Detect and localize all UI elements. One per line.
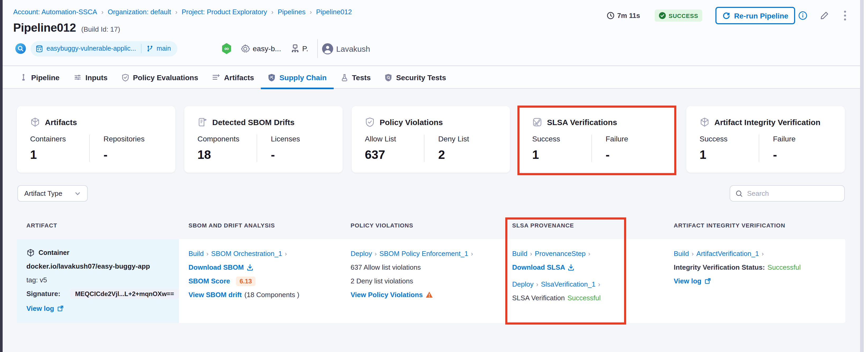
- container-cube-icon: [26, 249, 35, 257]
- security-shield-icon: [384, 73, 392, 82]
- search-box[interactable]: [730, 185, 845, 201]
- divider: [141, 44, 141, 53]
- annotation-box-slsa-column: [505, 217, 626, 325]
- repository-icon: [35, 44, 43, 53]
- external-link-icon[interactable]: [704, 278, 711, 284]
- chevron-right-icon: ›: [271, 8, 274, 15]
- artifacts-list-icon: [212, 73, 220, 81]
- build-id: (Build Id: 17): [81, 25, 120, 33]
- download-icon[interactable]: [246, 264, 253, 271]
- signature-label: Signature:: [26, 290, 60, 298]
- chevron-right-icon: ›: [175, 8, 177, 15]
- info-icon[interactable]: [798, 11, 807, 20]
- edit-pencil-icon[interactable]: [820, 11, 829, 20]
- divider: [317, 39, 318, 58]
- tab-inputs[interactable]: Inputs: [66, 66, 114, 88]
- artifact-type-label: Container: [38, 249, 69, 256]
- drift-components-note: (18 Components ): [244, 291, 299, 299]
- repo-name: easybuggy-vulnerable-applic...: [46, 45, 136, 52]
- repo-branch-pill[interactable]: easybuggy-vulnerable-applic... main: [31, 41, 177, 56]
- sbom-score-badge: 6.13: [236, 276, 256, 286]
- breadcrumb-pipelines[interactable]: Pipelines: [278, 8, 306, 16]
- view-log-link[interactable]: View log: [26, 305, 54, 312]
- triggered-by-user: Lavakush: [336, 44, 370, 53]
- refresh-icon: [722, 11, 731, 20]
- stage-link[interactable]: Deploy: [350, 250, 372, 258]
- view-policy-violations-link[interactable]: View Policy Violations: [350, 291, 423, 299]
- environment-icon: [291, 44, 300, 53]
- view-sbom-drift-link[interactable]: View SBOM drift: [188, 291, 242, 299]
- cd-module-icon: ∞: [221, 43, 231, 54]
- breadcrumb: Account: Automation-SSCA› Organization: …: [13, 8, 352, 16]
- deny-list-violations: 2 Deny list violations: [350, 276, 492, 286]
- signature-value: MEQCICde2Vjl...L+2+mqnOXw==: [70, 289, 179, 298]
- card-sbom-drifts: Detected SBOM Drifts Components18 Licens…: [184, 106, 343, 172]
- step-link[interactable]: SBOM Orchestration_1: [211, 250, 282, 258]
- cube-icon: [700, 117, 710, 127]
- table-header: ARTIFACT SBOM AND DRIFT ANALYSIS POLICY …: [17, 222, 845, 228]
- tab-tests[interactable]: Tests: [334, 66, 377, 88]
- breadcrumb-project[interactable]: Project: Product Exploratory: [182, 8, 267, 16]
- rerun-pipeline-button[interactable]: Re-run Pipeline: [716, 7, 795, 24]
- environment-name[interactable]: P.: [302, 44, 308, 53]
- tab-pipeline[interactable]: Pipeline: [13, 66, 66, 88]
- warning-icon: [426, 291, 433, 298]
- step-link[interactable]: SBOM Policy Enforcement_1: [379, 250, 468, 258]
- card-policy-violations: Policy Violations Allow List637 Deny Lis…: [352, 106, 510, 172]
- breadcrumb-current[interactable]: Pipeline012: [316, 8, 352, 16]
- check-circle-icon: [659, 12, 666, 19]
- tab-supply-chain[interactable]: Supply Chain: [261, 66, 334, 88]
- inputs-icon: [73, 73, 82, 81]
- artifact-table-row: Container docker.io/lavakush07/easy-bugg…: [17, 239, 845, 323]
- shield-check-icon: [365, 117, 375, 127]
- summary-cards: Artifacts Containers1 Repositories- Dete…: [17, 106, 845, 172]
- tab-security-tests[interactable]: Security Tests: [377, 66, 453, 88]
- status-badge: SUCCESS: [655, 9, 703, 22]
- tab-policy-evaluations[interactable]: Policy Evaluations: [114, 66, 205, 88]
- tab-artifacts[interactable]: Artifacts: [205, 66, 261, 88]
- flask-icon: [340, 73, 348, 82]
- stage-link[interactable]: Build: [188, 250, 204, 258]
- page-header: Account: Automation-SSCA› Organization: …: [3, 0, 860, 66]
- supply-chain-content: Artifacts Containers1 Repositories- Dete…: [3, 89, 860, 352]
- git-branch-icon: [146, 45, 153, 52]
- stage-link[interactable]: Build: [674, 250, 689, 258]
- scrollbar-thumb[interactable]: [860, 0, 864, 352]
- integrity-status-value: Successful: [768, 263, 801, 271]
- integrity-status-label: Integrity Verification Status:: [674, 263, 765, 271]
- breadcrumb-account[interactable]: Account: Automation-SSCA: [13, 8, 97, 16]
- integrity-cell: Build› ArtifactVerification_1› Integrity…: [664, 239, 845, 323]
- breadcrumb-org[interactable]: Organization: default: [108, 8, 171, 16]
- sbom-document-icon: [197, 117, 208, 127]
- policy-cell: Deploy› SBOM Policy Enforcement_1› 637 A…: [341, 239, 503, 323]
- artifact-type-select[interactable]: Artifact Type: [18, 185, 88, 201]
- pipeline-icon: [20, 73, 27, 81]
- search-input[interactable]: [747, 189, 832, 197]
- duration: 7m 11s: [607, 11, 640, 20]
- download-sbom-link[interactable]: Download SBOM: [188, 263, 244, 271]
- chevron-right-icon: ›: [310, 8, 312, 15]
- card-artifact-integrity: Artifact Integrity Verification Success1…: [686, 106, 845, 172]
- search-icon: [736, 190, 743, 197]
- more-options-icon[interactable]: [844, 10, 846, 21]
- pipeline-tabs: Pipeline Inputs Policy Evaluations Artif…: [3, 66, 860, 89]
- branch-name: main: [157, 45, 171, 52]
- step-link[interactable]: ArtifactVerification_1: [696, 250, 759, 258]
- pipeline-title: Pipeline012: [13, 21, 76, 35]
- service-gear-icon: [240, 43, 250, 54]
- scrollbar[interactable]: [860, 0, 868, 352]
- external-link-icon[interactable]: [57, 305, 64, 312]
- annotation-box-slsa-card: [518, 105, 676, 175]
- artifact-cell: Container docker.io/lavakush07/easy-bugg…: [17, 239, 179, 323]
- sbom-cell: Build› SBOM Orchestration_1› Download SB…: [179, 239, 341, 323]
- card-artifacts: Artifacts Containers1 Repositories-: [17, 106, 175, 172]
- sbom-score-link[interactable]: SBOM Score: [188, 277, 230, 285]
- view-log-link[interactable]: View log: [674, 277, 702, 285]
- service-name[interactable]: easy-b...: [253, 44, 281, 53]
- chevron-right-icon: ›: [101, 8, 103, 15]
- chevron-down-icon: [74, 190, 81, 197]
- supply-chain-shield-icon: [268, 73, 276, 82]
- cube-icon: [30, 117, 40, 127]
- collapsed-nav-edge: [0, 0, 3, 352]
- user-avatar: [322, 43, 333, 54]
